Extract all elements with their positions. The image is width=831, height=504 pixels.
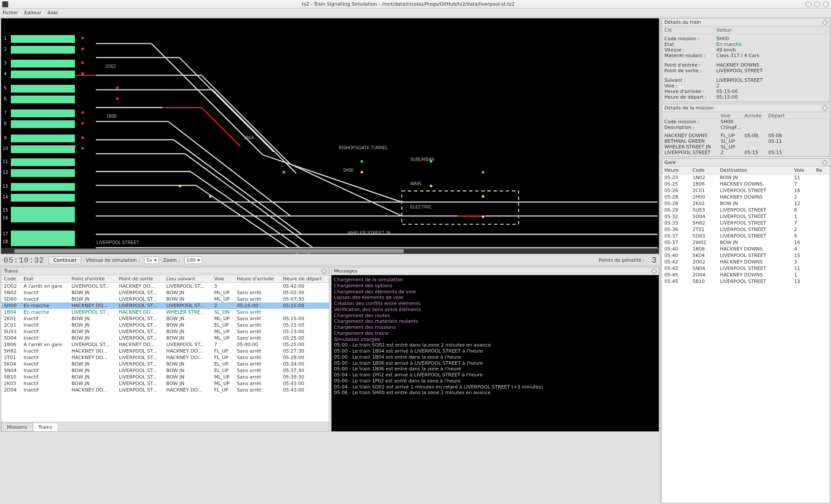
- mission-stop[interactable]: LIVERPOOL STREET205:1505:15: [664, 150, 827, 155]
- undock-icon[interactable]: [822, 105, 828, 111]
- train-row[interactable]: 5B10InactifBOW JNLIVERPOOL ST...BOW JNML…: [1, 374, 329, 380]
- zoom-select[interactable]: 100: [184, 257, 202, 264]
- svg-line-29: [263, 155, 402, 202]
- tab-trains[interactable]: Trains: [33, 423, 58, 431]
- track-view[interactable]: 12 34 56 78 910 1112 1314 1516 1718 2O02…: [1, 18, 659, 254]
- train-label-2o02: 2O02: [105, 64, 116, 69]
- train-row[interactable]: 5K04InactifBOW JNLIVERPOOL ST...BOW JNEL…: [1, 361, 329, 367]
- speed-select[interactable]: 5x: [144, 257, 159, 264]
- svg-line-20: [202, 75, 291, 164]
- svg-line-19: [179, 58, 274, 152]
- station-row[interactable]: 05:335H82LIVERPOOL STREET7: [662, 220, 830, 226]
- close-button[interactable]: [823, 1, 829, 7]
- app-icon: [2, 1, 8, 7]
- menu-help[interactable]: Aide: [48, 10, 58, 16]
- station-row[interactable]: 05:435N04LIVERPOOL STREET11: [662, 265, 830, 272]
- train-row[interactable]: 5N04InactifBOW JNLIVERPOOL ST...BOW JNEL…: [1, 367, 329, 374]
- trains-col[interactable]: Code: [1, 275, 21, 283]
- train-row[interactable]: 5H00En marcheHACKNEY DO...LIVERPOOL ST..…: [1, 302, 329, 309]
- window-title: ts2 - Train Signalling Simulation - /mnt…: [11, 1, 805, 7]
- station-row[interactable]: 05:251B06HACKNEY DOWNS7: [662, 181, 830, 187]
- station-row[interactable]: 05:452D04HACKNEY DOWNS1: [662, 272, 830, 278]
- trains-col[interactable]: Lieu suivant: [164, 275, 212, 283]
- trains-table[interactable]: CodeEtatPoint d'entréePoint de sortieLie…: [1, 275, 329, 393]
- label-suburban: SUBURBAN: [410, 157, 435, 162]
- trains-col[interactable]: Point de sortie: [116, 275, 164, 283]
- station-row[interactable]: 05:401B08HACKNEY DOWNS4: [662, 246, 830, 252]
- trains-col[interactable]: Heure de départ: [280, 275, 329, 283]
- station-col[interactable]: Code: [690, 167, 717, 174]
- station-row[interactable]: 05:262C01LIVERPOOL STREET16: [662, 187, 830, 194]
- train-details-title: Détails du train: [664, 19, 701, 25]
- svg-line-23: [174, 140, 302, 234]
- menu-editor[interactable]: Editeur: [24, 10, 42, 16]
- trains-col[interactable]: Point d'entrée: [69, 275, 116, 283]
- label-wheler: WHELER STREET JN: [348, 231, 391, 235]
- train-row[interactable]: 5H82InactifHACKNEY DO...LIVERPOOL ST...H…: [1, 348, 329, 354]
- train-row[interactable]: 5U53InactifBOW JNLIVERPOOL ST...BOW JNML…: [1, 328, 329, 335]
- mission-stop[interactable]: BETHNAL GREENSL_UP05:11: [664, 138, 827, 144]
- train-label-1b04: 1B04: [244, 135, 254, 140]
- track-scrollbar[interactable]: [1, 248, 659, 254]
- station-col[interactable]: Re: [814, 167, 830, 174]
- station-row[interactable]: 05:282K02BOW JN12: [662, 200, 830, 207]
- train-row[interactable]: 1B06A l'arrêt en gareLIVERPOOL ST...HACK…: [1, 341, 329, 348]
- mission-details-title: Détails de la mission: [664, 105, 714, 111]
- label-main: MAIN: [410, 181, 421, 186]
- train-row[interactable]: 2D04InactifHACKNEY DO...LIVERPOOL ST...H…: [1, 387, 329, 393]
- station-row[interactable]: 05:372W02BOW JN16: [662, 239, 830, 246]
- train-row[interactable]: 2C01InactifBOW JNLIVERPOOL ST...BOW JNEL…: [1, 322, 329, 328]
- train-label-1b06: 1B06: [106, 114, 116, 119]
- train-label-5h00: 5H00: [343, 168, 354, 173]
- station-title: Gare: [664, 160, 676, 165]
- minimize-button[interactable]: [805, 1, 812, 7]
- train-row[interactable]: 1B04En marcheLIVERPOOL ST...HACKNEY DO..…: [1, 309, 329, 315]
- station-col[interactable]: Voie: [792, 167, 814, 174]
- train-row[interactable]: 5N02InactifBOW JNLIVERPOOL ST...BOW JNML…: [1, 289, 329, 296]
- titlebar: ts2 - Train Signalling Simulation - /mnt…: [0, 0, 831, 9]
- station-row[interactable]: 05:295U53LIVERPOOL STREET6: [662, 207, 830, 213]
- undock-icon[interactable]: [822, 159, 828, 165]
- trains-tabs: Missions Trains: [1, 422, 329, 431]
- station-row[interactable]: 05:325D04LIVERPOOL STREET1: [662, 213, 830, 220]
- mission-stop[interactable]: HACKNEY DOWNSFL_UP05:0805:08: [664, 133, 827, 138]
- train-row[interactable]: 5D60InactifBOW JNLIVERPOOL ST...BOW JNML…: [1, 296, 329, 302]
- trains-col[interactable]: Etat: [21, 275, 69, 283]
- train-row[interactable]: 5D04InactifBOW JNLIVERPOOL ST...BOW JNML…: [1, 335, 329, 341]
- trains-panel: Trains CodeEtatPoint d'entréePoint de so…: [1, 267, 329, 432]
- maximize-button[interactable]: [814, 1, 820, 7]
- label-electric: ELECTRIC: [410, 205, 432, 209]
- trains-col[interactable]: Heure d'arrivée: [234, 275, 280, 283]
- label-liverpool: LIVERPOOL STREET: [97, 240, 139, 245]
- menu-file[interactable]: Fichier: [3, 10, 18, 16]
- menubar: Fichier Editeur Aide: [0, 9, 831, 17]
- station-col[interactable]: Destination: [717, 167, 792, 174]
- svg-line-24: [185, 154, 313, 247]
- station-table[interactable]: HeureCodeDestinationVoieRe 05:231N02BOW …: [662, 167, 830, 285]
- undock-icon[interactable]: [822, 19, 828, 25]
- station-row[interactable]: 05:422O02HACKNEY DOWNS3: [662, 259, 830, 265]
- station-row[interactable]: 05:231N02BOW JN11: [662, 174, 830, 181]
- train-label-1p02: 1P02: [66, 145, 76, 150]
- trains-col[interactable]: Voie: [212, 275, 234, 283]
- train-details-panel: Détails du train CléValeur Code mission …: [661, 18, 830, 102]
- station-panel: Gare HeureCodeDestinationVoieRe 05:231N0…: [661, 158, 830, 503]
- station-col[interactable]: Heure: [662, 167, 690, 174]
- station-row[interactable]: 05:362T01LIVERPOOL STREET2: [662, 226, 830, 233]
- tab-missions[interactable]: Missions: [1, 423, 33, 431]
- label-bishopsgate: BISHOPSGATE TUNNEL: [339, 145, 388, 150]
- train-row[interactable]: 2T01InactifHACKNEY DO...LIVERPOOL ST...H…: [1, 354, 329, 361]
- mission-details-panel: Détails de la mission VoieArrivéeDépart …: [661, 104, 830, 157]
- train-row[interactable]: 2O02A l'arrêt en gareLIVERPOOL ST...HACK…: [1, 283, 329, 290]
- station-row[interactable]: 05:375D03LIVERPOOL STREET6: [662, 233, 830, 239]
- station-row[interactable]: 05:455B10LIVERPOOL STREET13: [662, 278, 830, 285]
- train-row[interactable]: 2K01InactifBOW JNLIVERPOOL ST...BOW JNML…: [1, 315, 329, 322]
- train-row[interactable]: 2K03InactifBOW JNLIVERPOOL ST...BOW JNML…: [1, 380, 329, 387]
- station-row[interactable]: 05:405K04LIVERPOOL STREET15: [662, 252, 830, 259]
- station-row[interactable]: 05:282H00HACKNEY DOWNS2: [662, 194, 830, 200]
- mission-stop[interactable]: WHELER STREET JNSL_UP: [664, 144, 827, 150]
